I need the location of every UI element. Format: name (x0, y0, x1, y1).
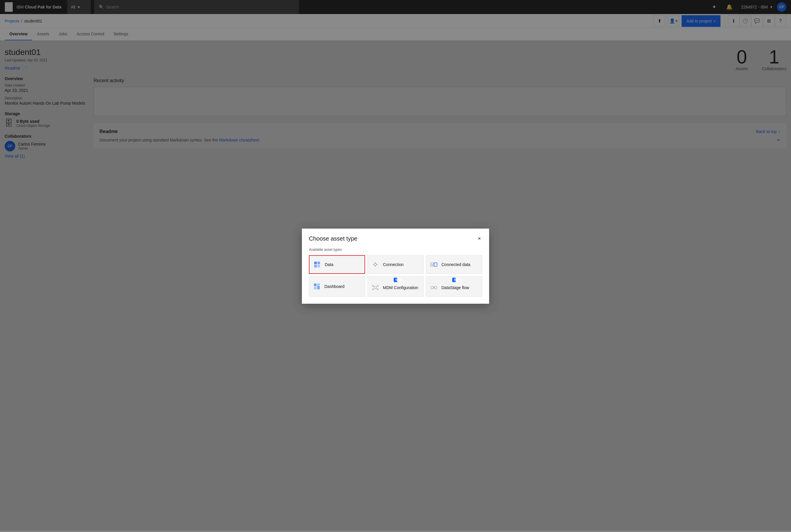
asset-card-mdm[interactable]: NEW (367, 276, 424, 297)
asset-card-datastage[interactable]: BETA DataStage flow (426, 276, 482, 297)
svg-rect-0 (314, 262, 317, 264)
mdm-icon (371, 284, 380, 292)
svg-rect-16 (317, 284, 320, 285)
dashboard-icon (313, 282, 321, 290)
available-asset-types-label: Available asset types (309, 248, 482, 252)
svg-point-21 (377, 285, 378, 286)
asset-card-connected-data[interactable]: Connected data (426, 255, 482, 274)
modal-overlay[interactable]: Choose asset type × Available asset type… (0, 0, 791, 531)
svg-point-19 (374, 286, 376, 289)
data-icon (313, 261, 321, 269)
svg-point-4 (374, 263, 376, 266)
svg-point-22 (372, 289, 373, 290)
svg-point-20 (372, 285, 373, 286)
asset-grid: Data Connection (309, 255, 482, 297)
svg-rect-2 (314, 265, 317, 267)
svg-point-23 (377, 289, 378, 290)
connected-data-icon (430, 261, 438, 269)
svg-line-24 (373, 286, 374, 287)
svg-line-26 (373, 288, 374, 289)
modal-header: Choose asset type × (302, 229, 489, 248)
datastage-label: DataStage flow (441, 285, 469, 290)
svg-rect-29 (435, 286, 437, 289)
mdm-label: MDM Configuration (383, 285, 418, 290)
asset-card-data[interactable]: Data (309, 255, 365, 274)
svg-line-25 (376, 286, 377, 287)
connection-icon (371, 261, 380, 269)
svg-line-27 (376, 288, 377, 289)
svg-rect-18 (317, 286, 320, 289)
data-label: Data (325, 262, 333, 267)
connected-data-label: Connected data (441, 262, 471, 267)
modal-title: Choose asset type (309, 235, 357, 242)
asset-card-connection[interactable]: Connection (367, 255, 424, 274)
modal-body: Available asset types Data (302, 248, 489, 304)
svg-rect-28 (431, 286, 433, 289)
new-badge: NEW (394, 278, 397, 282)
connection-label: Connection (383, 262, 404, 267)
datastage-icon (430, 284, 438, 292)
choose-asset-type-modal: Choose asset type × Available asset type… (302, 229, 489, 304)
svg-rect-15 (314, 284, 316, 286)
svg-rect-10 (434, 263, 437, 266)
modal-close-button[interactable]: × (477, 234, 482, 243)
svg-rect-1 (317, 262, 320, 264)
svg-rect-3 (317, 265, 320, 267)
beta-badge: BETA (452, 278, 456, 282)
dashboard-label: Dashboard (325, 284, 345, 289)
svg-rect-17 (314, 287, 316, 289)
asset-card-dashboard[interactable]: Dashboard (309, 276, 365, 297)
